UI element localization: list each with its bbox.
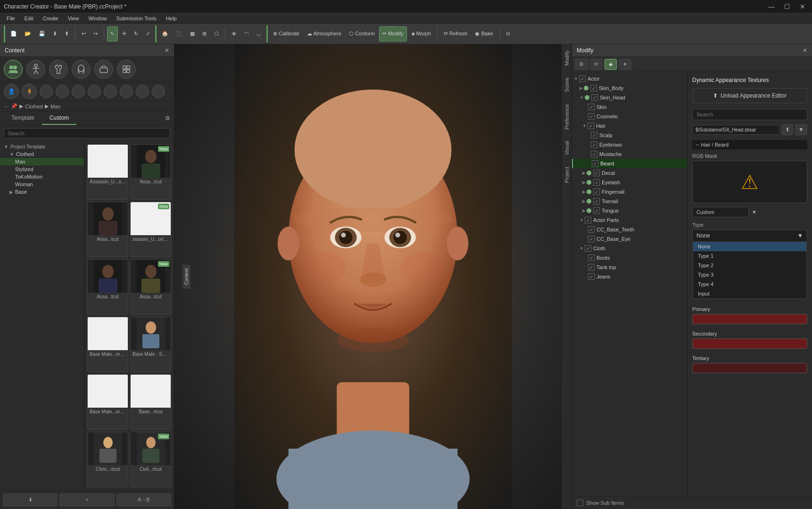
menu-file[interactable]: File <box>2 15 20 22</box>
grid-item-1[interactable]: New Assa...tcut <box>130 144 171 200</box>
scale-btn[interactable]: ⤢ <box>142 26 153 41</box>
icon-hair[interactable] <box>72 60 91 79</box>
secondary-color-swatch[interactable] <box>692 338 807 349</box>
primary-color-swatch[interactable] <box>692 314 807 324</box>
menu-create[interactable]: Create <box>38 15 63 22</box>
atmosphere-btn[interactable]: ☁ Atmosphere <box>304 26 345 41</box>
modify-tab-texture[interactable]: ✦ <box>619 59 631 70</box>
open-btn[interactable]: 📂 <box>21 26 34 41</box>
scene-cosmetic[interactable]: ✓ Cosmetic <box>572 112 687 121</box>
path-export-btn[interactable]: ⬆ <box>782 124 793 135</box>
visual-side-tab[interactable]: Visual <box>562 135 572 161</box>
scene-mustache[interactable]: ✓ Mustache <box>572 149 687 159</box>
grid-item-0[interactable]: Assassin_U...ortcut.lnk <box>87 144 128 200</box>
breadcrumb-man[interactable]: Man <box>50 104 60 109</box>
look-btn[interactable]: ◠ <box>241 26 252 41</box>
custom-select[interactable]: Custom <box>692 207 749 217</box>
icon-person2-small[interactable]: 🧍 <box>22 84 37 99</box>
tab-custom[interactable]: Custom <box>42 112 76 125</box>
menu-view[interactable]: View <box>63 15 84 22</box>
icon-characters[interactable] <box>4 60 23 79</box>
undo-btn[interactable]: ↩ <box>78 26 89 41</box>
modify-tab-settings[interactable]: ⚙ <box>575 59 588 70</box>
modify-btn[interactable]: ✏ Modify <box>379 26 406 41</box>
breadcrumb-back-icon[interactable]: ← <box>4 104 9 109</box>
bake-btn[interactable]: ◉ Bake <box>472 26 496 41</box>
scene-eyelash[interactable]: ▶ ✓ Eyelash <box>572 178 687 187</box>
calibrate-btn[interactable]: ⊕ Calibrate <box>270 26 303 41</box>
grid-item-2[interactable]: Assa...tcut <box>87 202 128 257</box>
close-btn[interactable]: ✕ <box>797 2 808 11</box>
grid-item-9[interactable]: Base...rtcut <box>130 374 171 430</box>
scene-decal[interactable]: ▶ ✓ Decal <box>572 168 687 178</box>
scene-toenail[interactable]: ▶ ✓ Toenail <box>572 197 687 206</box>
show-sub-items-checkbox[interactable] <box>577 500 583 506</box>
menu-edit[interactable]: Edit <box>20 15 38 22</box>
grid-item-6[interactable]: Base Male...ortcut.lnk <box>87 317 128 372</box>
save-btn[interactable]: 💾 <box>35 26 49 41</box>
icon-poses[interactable] <box>26 60 45 79</box>
ic4[interactable] <box>88 85 101 98</box>
preference-side-tab[interactable]: Preference <box>562 98 572 135</box>
grid-item-10[interactable]: Chris...rtcut <box>87 432 128 487</box>
type-dropdown-header[interactable]: None ▼ <box>693 230 807 242</box>
view-btn[interactable]: 👁 <box>228 26 240 41</box>
grid-item-8[interactable]: Base Male...ortcut.lnk <box>87 374 128 430</box>
content-search-input[interactable] <box>4 128 170 139</box>
icon-person-small[interactable]: 👤 <box>4 84 19 99</box>
breadcrumb-fwd-icon[interactable]: ▶ <box>19 103 23 109</box>
scene-scalp[interactable]: ✓ Scalp <box>572 131 687 140</box>
modify-search-input[interactable] <box>692 109 807 120</box>
scene-side-tab[interactable]: Scene <box>562 71 572 98</box>
tree-project-template[interactable]: ▼ Project Template <box>0 143 84 150</box>
icon-clothing[interactable] <box>49 60 68 79</box>
scene-eyebrows[interactable]: ✓ Eyebrows <box>572 140 687 149</box>
modify-tab-morph[interactable]: ◈ <box>605 59 617 70</box>
rotate-btn[interactable]: ↻ <box>131 26 141 41</box>
type-opt-input[interactable]: Input <box>693 289 806 298</box>
scene-beard[interactable]: ✓ Beard <box>572 159 687 168</box>
tree-tokomotion[interactable]: ToKoMotion <box>0 173 84 181</box>
content-side-tab[interactable]: Content <box>182 264 191 288</box>
substance-path-input[interactable] <box>692 125 780 135</box>
grid-item-7[interactable]: Base Male - Shortcut <box>130 317 171 372</box>
grid-item-5[interactable]: New Assa...tcut <box>130 259 171 315</box>
project-side-tab[interactable]: Project <box>562 161 572 189</box>
morph-btn[interactable]: ◈ Morph <box>408 26 434 41</box>
ic8[interactable] <box>152 85 165 98</box>
grid-item-11[interactable]: New Civil...rtcut <box>130 432 171 487</box>
scene-skin[interactable]: ✓ Skin <box>572 102 687 112</box>
modify-tab-refresh[interactable]: ⟳ <box>590 59 603 70</box>
unload-appearance-btn[interactable]: ⬆ Unload Appearance Editor <box>692 88 807 103</box>
maximize-btn[interactable]: ☐ <box>781 2 793 11</box>
ic1[interactable] <box>40 85 53 98</box>
modify-side-tab[interactable]: Modify <box>562 44 572 71</box>
move-btn[interactable]: ✛ <box>119 26 130 41</box>
breadcrumb-pin-icon[interactable]: 📌 <box>11 103 17 109</box>
export-btn[interactable]: ⬆ <box>61 26 72 41</box>
rename-btn[interactable]: A→B <box>116 493 171 506</box>
scene-fingernail[interactable]: ▶ ✓ Fingernail <box>572 187 687 197</box>
scene-skin-head[interactable]: ▼ ✓ Skin_Head <box>572 93 687 102</box>
scene-actor-parts[interactable]: ▼ ✓ Actor Parts <box>572 215 687 225</box>
type-opt-4[interactable]: Type 4 <box>693 279 806 289</box>
ic5[interactable] <box>104 85 117 98</box>
icon-accessories[interactable] <box>94 60 113 79</box>
modify-close-icon[interactable]: ✕ <box>803 47 807 54</box>
ic3[interactable] <box>72 85 85 98</box>
look2-btn[interactable]: ◡ <box>253 26 265 41</box>
cam5-btn[interactable]: ⬡ <box>211 26 222 41</box>
extra-btn[interactable]: ⊙ <box>503 26 514 41</box>
menu-submission[interactable]: Submission Tools <box>112 15 161 22</box>
scene-teeth[interactable]: ✓ CC_Base_Teeth <box>572 225 687 234</box>
cam-btn[interactable]: 🏠 <box>158 26 172 41</box>
path-dropdown-btn[interactable]: ▼ <box>795 124 807 135</box>
menu-help[interactable]: Help <box>161 15 182 22</box>
scene-tongue[interactable]: ▶ ✓ Tongue <box>572 206 687 215</box>
minimize-btn[interactable]: — <box>765 2 778 11</box>
new-btn[interactable]: 📄 <box>7 26 20 41</box>
breadcrumb-clothed[interactable]: Clothed <box>25 104 43 109</box>
type-opt-1[interactable]: Type 1 <box>693 251 806 261</box>
type-opt-3[interactable]: Type 3 <box>693 270 806 279</box>
add-btn[interactable]: + <box>59 493 114 506</box>
